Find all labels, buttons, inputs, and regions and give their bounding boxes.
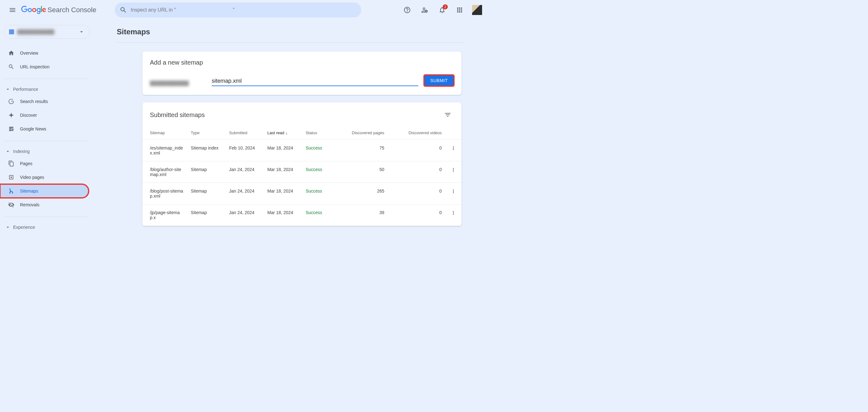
table-row[interactable]: /es/sitemap_index.xmlSitemap indexFeb 10… bbox=[143, 140, 462, 161]
menu-icon bbox=[9, 6, 16, 14]
more-vert-icon[interactable] bbox=[451, 167, 456, 172]
chevron-down-icon bbox=[5, 149, 11, 154]
cell-sitemap: /es/sitemap_index.xml bbox=[143, 140, 187, 161]
url-inspect-search[interactable] bbox=[115, 2, 361, 18]
add-sitemap-title: Add a new sitemap bbox=[150, 59, 454, 66]
col-type[interactable]: Type bbox=[187, 126, 225, 140]
hamburger-menu-button[interactable] bbox=[5, 2, 20, 18]
submitted-sitemaps-title: Submitted sitemaps bbox=[150, 112, 205, 119]
sitemap-icon bbox=[8, 188, 14, 194]
sidebar: ████████████ Overview URL inspection Per… bbox=[0, 20, 94, 232]
manage-users-button[interactable] bbox=[417, 2, 432, 18]
more-vert-icon[interactable] bbox=[451, 210, 456, 216]
property-label: ████████████ bbox=[17, 29, 79, 34]
cell-status: Success bbox=[302, 140, 340, 161]
table-row[interactable]: /jp/page-sitemap.xSitemapJan 24, 2024Mar… bbox=[143, 204, 462, 226]
chevron-down-icon bbox=[79, 29, 85, 35]
product-name: Search Console bbox=[48, 6, 96, 14]
pages-icon bbox=[8, 160, 14, 167]
cell-sitemap: /blog/author-sitemap.xml bbox=[143, 161, 187, 183]
cell-pages: 50 bbox=[340, 161, 388, 183]
add-sitemap-card: Add a new sitemap ███████████ SUBMIT bbox=[143, 52, 462, 95]
sidebar-item-search-results[interactable]: Search results bbox=[0, 95, 89, 108]
sidebar-item-removals[interactable]: Removals bbox=[0, 198, 89, 212]
cell-videos: 0 bbox=[388, 140, 445, 161]
sidebar-item-label: Google News bbox=[20, 126, 46, 131]
cell-status: Success bbox=[302, 204, 340, 226]
cell-last-read: Mar 18, 2024 bbox=[264, 204, 302, 226]
chevron-down-icon bbox=[5, 224, 11, 230]
cell-pages: 265 bbox=[340, 183, 388, 204]
col-status[interactable]: Status bbox=[302, 126, 340, 140]
search-icon bbox=[8, 64, 14, 70]
sitemap-url-input[interactable] bbox=[212, 76, 418, 86]
property-selector[interactable]: ████████████ bbox=[4, 25, 90, 39]
sidebar-item-label: Sitemaps bbox=[20, 189, 38, 193]
col-discovered-pages[interactable]: Discovered pages bbox=[340, 126, 388, 140]
cell-videos: 0 bbox=[388, 204, 445, 226]
sidebar-item-label: Search results bbox=[20, 99, 48, 104]
table-row[interactable]: /blog/post-sitemap.xmlSitemapJan 24, 202… bbox=[143, 183, 462, 204]
cell-sitemap: /blog/post-sitemap.xml bbox=[143, 183, 187, 204]
filter-button[interactable] bbox=[441, 108, 454, 121]
sidebar-group-indexing[interactable]: Indexing bbox=[0, 146, 94, 157]
help-button[interactable] bbox=[400, 2, 415, 18]
cell-type: Sitemap bbox=[187, 183, 225, 204]
sidebar-item-url-inspection[interactable]: URL inspection bbox=[0, 60, 89, 74]
col-last-read[interactable]: Last read↓ bbox=[264, 126, 302, 140]
cell-submitted: Jan 24, 2024 bbox=[225, 161, 264, 183]
app-header: Search Console 2 bbox=[0, 0, 487, 20]
submitted-sitemaps-card: Submitted sitemaps Sitemap Type Submitte… bbox=[143, 102, 462, 226]
chevron-down-icon bbox=[5, 87, 11, 92]
more-vert-icon[interactable] bbox=[451, 146, 456, 151]
google-apps-button[interactable] bbox=[452, 2, 467, 18]
url-inspect-input[interactable] bbox=[131, 7, 356, 13]
google-g-icon bbox=[8, 98, 14, 104]
sidebar-item-video-pages[interactable]: Video pages bbox=[0, 170, 89, 184]
user-settings-icon bbox=[421, 6, 428, 14]
cell-pages: 75 bbox=[340, 140, 388, 161]
sidebar-item-pages[interactable]: Pages bbox=[0, 157, 89, 170]
sidebar-item-discover[interactable]: Discover bbox=[0, 108, 89, 122]
sidebar-item-label: Discover bbox=[20, 113, 37, 118]
help-icon bbox=[403, 6, 411, 14]
submit-sitemap-button[interactable]: SUBMIT bbox=[424, 75, 454, 86]
main-content: Sitemaps Add a new sitemap ███████████ S… bbox=[94, 20, 487, 232]
notifications-button[interactable]: 2 bbox=[435, 2, 450, 18]
notification-count: 2 bbox=[443, 4, 448, 9]
filter-icon bbox=[444, 111, 452, 119]
sidebar-item-label: Video pages bbox=[20, 175, 44, 180]
cell-last-read: Mar 18, 2024 bbox=[264, 161, 302, 183]
news-icon bbox=[8, 126, 14, 132]
cell-submitted: Jan 24, 2024 bbox=[225, 183, 264, 204]
page-title: Sitemaps bbox=[116, 28, 465, 36]
apps-grid-icon bbox=[456, 6, 463, 14]
cell-type: Sitemap bbox=[187, 204, 225, 226]
sidebar-group-performance[interactable]: Performance bbox=[0, 84, 94, 95]
cell-last-read: Mar 18, 2024 bbox=[264, 140, 302, 161]
sidebar-item-overview[interactable]: Overview bbox=[0, 46, 89, 60]
table-row[interactable]: /blog/author-sitemap.xmlSitemapJan 24, 2… bbox=[143, 161, 462, 183]
col-discovered-videos[interactable]: Discovered videos bbox=[388, 126, 445, 140]
cell-pages: 39 bbox=[340, 204, 388, 226]
search-icon bbox=[120, 6, 127, 14]
col-sitemap[interactable]: Sitemap bbox=[143, 126, 187, 140]
sidebar-item-label: Removals bbox=[20, 202, 39, 207]
col-submitted[interactable]: Submitted bbox=[225, 126, 264, 140]
sitemaps-table: Sitemap Type Submitted Last read↓ Status… bbox=[143, 126, 462, 226]
more-vert-icon[interactable] bbox=[451, 189, 456, 194]
cell-submitted: Jan 24, 2024 bbox=[225, 204, 264, 226]
account-avatar[interactable] bbox=[472, 5, 482, 15]
cell-videos: 0 bbox=[388, 161, 445, 183]
sidebar-item-sitemaps[interactable]: Sitemaps bbox=[0, 184, 89, 198]
cell-status: Success bbox=[302, 161, 340, 183]
cell-submitted: Feb 10, 2024 bbox=[225, 140, 264, 161]
sidebar-group-experience[interactable]: Experience bbox=[0, 222, 94, 232]
cell-last-read: Mar 18, 2024 bbox=[264, 183, 302, 204]
discover-icon bbox=[8, 112, 14, 118]
sidebar-item-label: Overview bbox=[20, 51, 38, 56]
sidebar-item-google-news[interactable]: Google News bbox=[0, 122, 89, 136]
property-icon bbox=[9, 29, 14, 34]
sidebar-item-label: URL inspection bbox=[20, 64, 49, 69]
home-icon bbox=[8, 50, 14, 56]
